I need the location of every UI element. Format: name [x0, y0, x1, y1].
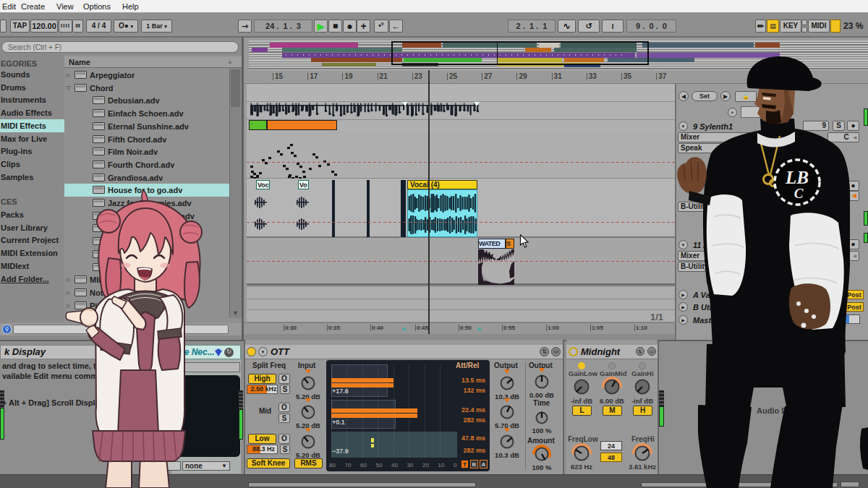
- svg-text:C: C: [794, 186, 804, 201]
- svg-text:LB: LB: [785, 168, 809, 187]
